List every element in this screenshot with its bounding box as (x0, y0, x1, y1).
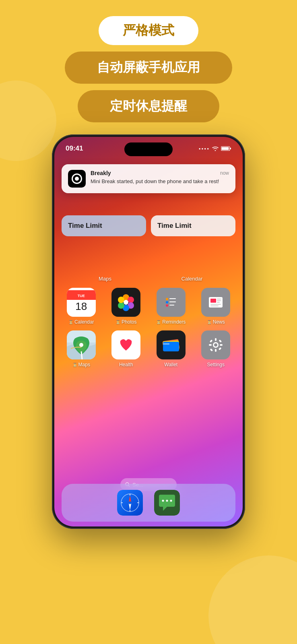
time-limit-label-1: Time Limit (68, 222, 140, 230)
svg-rect-21 (217, 300, 221, 301)
app-icon-health (111, 330, 140, 359)
signal-dots-icon: ●●●● (199, 147, 210, 151)
app-item-photos[interactable]: ⏳ Photos (107, 288, 146, 325)
svg-rect-22 (217, 302, 220, 303)
app-item-wallet[interactable]: Wallet (151, 330, 191, 367)
svg-rect-34 (209, 344, 212, 346)
svg-rect-2 (222, 147, 229, 150)
svg-point-4 (128, 297, 134, 303)
label-strict-mode: 严格模式 (99, 16, 198, 45)
news-icon (206, 293, 225, 312)
svg-rect-35 (220, 344, 223, 346)
app-item-settings[interactable]: Settings (196, 330, 236, 367)
svg-point-14 (166, 304, 168, 307)
calendar-month-bar: TUE (67, 290, 96, 300)
app-name-row-maps: ⏳ Maps (72, 362, 90, 367)
app-name-settings: Settings (207, 362, 225, 367)
svg-rect-15 (169, 305, 174, 305)
phone-screen: 09:41 ●●●● (54, 137, 243, 526)
status-icons: ●●●● (199, 146, 231, 151)
app-item-reminders[interactable]: ⏳ Reminders (151, 288, 191, 325)
app-item-calendar[interactable]: TUE 18 ⏳ Calendar (62, 288, 101, 325)
app-name-maps: Maps (78, 362, 90, 367)
svg-point-10 (166, 298, 168, 300)
app-grid: TUE 18 ⏳ Calendar (62, 288, 235, 367)
svg-point-54 (170, 500, 172, 502)
svg-point-8 (118, 297, 124, 303)
breakly-eye-icon (72, 173, 82, 184)
app-name-row-photos: ⏳ Photos (116, 319, 136, 325)
app-name-row-calendar: ⏳ Calendar (68, 319, 94, 325)
svg-point-12 (166, 301, 168, 303)
app-name-reminders: Reminders (162, 319, 186, 325)
notif-app-name: Breakly (91, 170, 111, 176)
notif-content: Breakly now Mini Break started, put down… (91, 170, 229, 185)
calendar-month-text: TUE (78, 294, 85, 298)
reminders-icon (162, 293, 180, 311)
notification-banner[interactable]: Breakly now Mini Break started, put down… (62, 164, 235, 193)
notif-app-icon (68, 170, 86, 188)
svg-rect-36 (210, 339, 213, 343)
phone-mockup: 09:41 ●●●● (52, 134, 245, 529)
svg-point-25 (79, 343, 83, 347)
dynamic-island (124, 142, 173, 156)
app-icon-wallet (157, 330, 186, 359)
bg-circle-1 (208, 555, 297, 644)
phone-container: 09:41 ●●●● (0, 134, 297, 529)
svg-rect-29 (163, 343, 169, 345)
svg-rect-38 (210, 348, 213, 351)
app-name-wallet: Wallet (164, 362, 177, 367)
safari-icon-svg (117, 490, 143, 516)
label-auto-block: 自动屏蔽手机应用 (65, 52, 232, 84)
app-item-maps[interactable]: ⏳ Maps (62, 330, 101, 367)
label-strict-mode-text: 严格模式 (123, 22, 174, 39)
dock-icon-messages[interactable] (154, 490, 180, 516)
label-auto-block-text: 自动屏蔽手机应用 (97, 59, 200, 76)
svg-rect-33 (215, 349, 217, 352)
svg-rect-37 (219, 339, 222, 343)
time-limit-label-2: Time Limit (157, 222, 229, 230)
wifi-icon (212, 146, 219, 151)
svg-rect-19 (210, 305, 219, 306)
calendar-day-text: 18 (75, 300, 87, 314)
app-name-row-news: ⏳ News (207, 319, 225, 325)
app-label-maps: Maps (62, 276, 148, 282)
status-time: 09:41 (66, 144, 83, 153)
app-name-photos: Photos (122, 319, 136, 325)
notif-header: Breakly now (91, 170, 229, 176)
label-break-reminder: 定时休息提醒 (78, 90, 219, 122)
health-heart-icon (117, 336, 135, 354)
svg-rect-1 (230, 148, 231, 149)
app-icon-calendar: TUE 18 (67, 288, 96, 317)
dock-icon-safari[interactable] (117, 490, 143, 516)
app-icon-settings (201, 330, 230, 359)
app-icon-reminders (157, 288, 186, 317)
time-limit-card-calendar: Time Limit (151, 215, 235, 236)
notif-message: Mini Break started, put down the phone a… (91, 178, 229, 185)
svg-rect-18 (210, 304, 221, 305)
svg-point-53 (166, 500, 168, 502)
label-break-reminder-text: 定时休息提醒 (110, 97, 187, 115)
app-item-news[interactable]: ⏳ News (196, 288, 236, 325)
time-limit-card-maps: Time Limit (62, 215, 146, 236)
app-name-news: News (213, 319, 225, 325)
app-item-health[interactable]: Health (107, 330, 146, 367)
photos-flower-icon (116, 292, 136, 313)
messages-icon-svg (154, 490, 180, 516)
svg-rect-32 (215, 338, 217, 341)
app-name-health: Health (119, 362, 133, 367)
svg-rect-13 (169, 301, 176, 302)
time-limit-row: Time Limit Time Limit (62, 215, 235, 236)
app-label-row: Maps Calendar (62, 276, 235, 282)
app-name-calendar: Calendar (74, 319, 94, 325)
dock (62, 484, 235, 522)
svg-rect-11 (169, 298, 176, 299)
svg-rect-39 (219, 347, 222, 350)
settings-gear-icon (206, 336, 225, 354)
svg-rect-17 (210, 299, 216, 303)
app-name-row-reminders: ⏳ Reminders (156, 319, 186, 325)
svg-point-9 (124, 300, 128, 305)
svg-rect-20 (217, 299, 221, 299)
maps-icon-svg (67, 330, 96, 359)
wallet-cards-icon (161, 334, 182, 355)
